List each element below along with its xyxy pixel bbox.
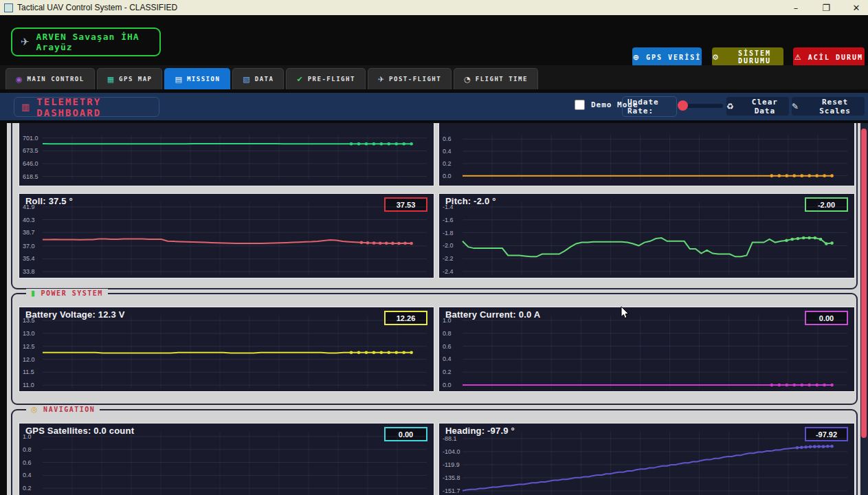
attitude-group: 701.0673.5646.0618.5 0.60.40.20.0 Roll: … (11, 123, 858, 289)
tab-label: POST-FLIGHT (389, 76, 441, 82)
axis-tick-label: -2.0 (443, 242, 463, 249)
axis-tick-label: 0.4 (443, 355, 463, 362)
axis-tick-label: -151.7 (443, 487, 463, 494)
restore-button[interactable]: ❐ (820, 3, 832, 13)
axis-tick-label: 1.0 (443, 317, 463, 324)
chart-plot (463, 432, 847, 495)
axis-tick-label: 13.0 (23, 330, 43, 337)
axis-tick-label: 0.6 (443, 343, 463, 350)
controller-icon: ◉ (16, 75, 23, 84)
axis-tick-label: 13.5 (23, 317, 43, 324)
chart-plot (43, 135, 427, 179)
chart-plot (43, 316, 427, 388)
update-rate-label: Update Rate: (627, 98, 676, 116)
battery-icon: ▮ (31, 289, 36, 298)
vertical-scrollbar[interactable] (860, 123, 868, 495)
tab-pre-flight[interactable]: ✔ PRE-FLIGHT (286, 68, 365, 89)
clipboard-icon: ▤ (175, 75, 181, 84)
axis-tick-label: -119.9 (443, 461, 463, 468)
tab-main-control[interactable]: ◉ MAIN CONTROL (5, 68, 95, 89)
chart-plot (463, 202, 847, 275)
tab-label: DATA (255, 76, 274, 82)
emergency-label: ACİL DURUM (808, 54, 863, 61)
tab-label: MISSION (187, 76, 220, 82)
axis-tick-label: 11.0 (23, 382, 43, 388)
telemetry-scroll-area: 701.0673.5646.0618.5 0.60.40.20.0 Roll: … (7, 123, 868, 495)
reset-scales-label: Reset Scales (805, 98, 865, 116)
pencil-icon: ✎ (792, 102, 799, 111)
clear-data-label: Clear Data (741, 98, 789, 116)
section-label-text: NAVIGATION (43, 406, 95, 413)
axis-tick-label: 1.0 (23, 433, 43, 440)
axis-tick-label: 33.8 (23, 268, 43, 275)
close-button[interactable]: ✕ (850, 3, 863, 13)
tab-gps-map[interactable]: ▦ GPS MAP (97, 68, 163, 89)
axis-tick-label: 646.0 (23, 160, 43, 167)
axis-tick-label: 12.5 (23, 343, 43, 350)
alarm-icon: ⚠ (794, 53, 803, 62)
clear-data-button[interactable]: ♻ Clear Data (726, 97, 789, 116)
navigation-group: ◎ NAVIGATION GPS Satellites: 0.0 count 0… (11, 409, 858, 495)
power-system-group: ▮ POWER SYSTEM Battery Voltage: 12.3 V 1… (11, 293, 858, 405)
minimize-button[interactable]: – (790, 3, 802, 13)
update-rate-slider-knob[interactable] (678, 100, 688, 111)
chart-top-right-partial: 0.60.40.20.0 (438, 123, 855, 186)
window-controls: – ❐ ✕ (790, 0, 863, 15)
plane-landing-icon: ✈ (378, 75, 384, 84)
axis-tick-label: 0.8 (23, 446, 43, 453)
axis-tick-label: -1.6 (443, 217, 463, 223)
axis-tick-label: 38.7 (23, 229, 43, 236)
satellite-icon: ⊕ (633, 53, 641, 62)
tab-post-flight[interactable]: ✈ POST-FLIGHT (368, 68, 452, 89)
gps-data-button[interactable]: ⊕ GPS VERİSİ (632, 47, 702, 67)
update-rate-slider[interactable] (679, 104, 723, 108)
tab-label: MAIN CONTROL (27, 76, 85, 82)
check-icon: ✔ (296, 75, 302, 84)
axis-tick-label: 0.6 (443, 135, 463, 142)
window-title: Tactical UAV Control System - CLASSIFIED (17, 3, 177, 12)
axis-tick-label: -104.0 (443, 448, 463, 455)
reset-scales-button[interactable]: ✎ Reset Scales (792, 97, 865, 116)
axis-tick-label: 701.0 (23, 135, 43, 142)
chart-icon: ▧ (243, 75, 249, 84)
axis-tick-label: 11.5 (23, 368, 43, 375)
system-status-label: SİSTEM DURUMU (726, 50, 783, 65)
axis-tick-label: 35.4 (23, 255, 43, 262)
tab-label: GPS MAP (119, 76, 152, 82)
compass-icon: ◎ (31, 405, 38, 414)
power-system-label: ▮ POWER SYSTEM (26, 289, 108, 298)
axis-tick-label: -135.8 (443, 474, 463, 481)
tab-data[interactable]: ▧ DATA (232, 68, 284, 89)
chart-roll: Roll: 37.5 ° 37.53 41.940.338.737.035.43… (19, 193, 434, 278)
tab-label: FLIGHT TIME (476, 76, 528, 82)
axis-tick-label: -88.1 (443, 435, 463, 442)
app-logo: ✈ ARVEN Savaşan İHA Arayüz (11, 28, 161, 56)
axis-tick-label: 673.5 (23, 147, 43, 154)
scrollbar-thumb[interactable] (861, 129, 867, 438)
chart-plot (43, 432, 427, 495)
tab-flight-time[interactable]: ◔ FLIGHT TIME (454, 68, 538, 89)
tab-bar: ◉ MAIN CONTROL ▦ GPS MAP ▤ MISSION ▧ DAT… (0, 65, 868, 89)
gear-icon: ⚙ (712, 53, 720, 62)
demo-mode-checkbox[interactable] (575, 100, 585, 110)
chart-top-left-partial: 701.0673.5646.0618.5 (19, 123, 434, 186)
titlebar: Tactical UAV Control System - CLASSIFIED… (0, 0, 868, 15)
axis-tick-label: 12.0 (23, 356, 43, 363)
emergency-button[interactable]: ⚠ ACİL DURUM (793, 47, 865, 67)
app-header: ✈ ARVEN Savaşan İHA Arayüz ⊕ GPS VERİSİ … (0, 15, 868, 65)
axis-tick-label: 0.8 (443, 330, 463, 337)
uav-icon: ✈ (21, 36, 30, 48)
trash-icon: ♻ (726, 102, 735, 111)
chart-pitch: Pitch: -2.0 ° -2.00 -1.4-1.6-1.8-2.0-2.2… (438, 193, 855, 278)
dashboard-title: TELEMETRY DASHBOARD (36, 96, 159, 118)
tab-mission[interactable]: ▤ MISSION (164, 68, 230, 89)
bar-chart-icon: ▥ (21, 102, 30, 112)
update-rate-box: Update Rate: (622, 96, 677, 117)
system-status-button[interactable]: ⚙ SİSTEM DURUMU (712, 47, 783, 67)
axis-tick-label: 0.4 (443, 148, 463, 155)
axis-tick-label: -1.4 (443, 204, 463, 210)
axis-tick-label: 0.6 (23, 459, 43, 466)
gps-data-label: GPS VERİSİ (646, 54, 701, 61)
app-title: ARVEN Savaşan İHA Arayüz (36, 32, 159, 52)
map-icon: ▦ (107, 75, 114, 84)
